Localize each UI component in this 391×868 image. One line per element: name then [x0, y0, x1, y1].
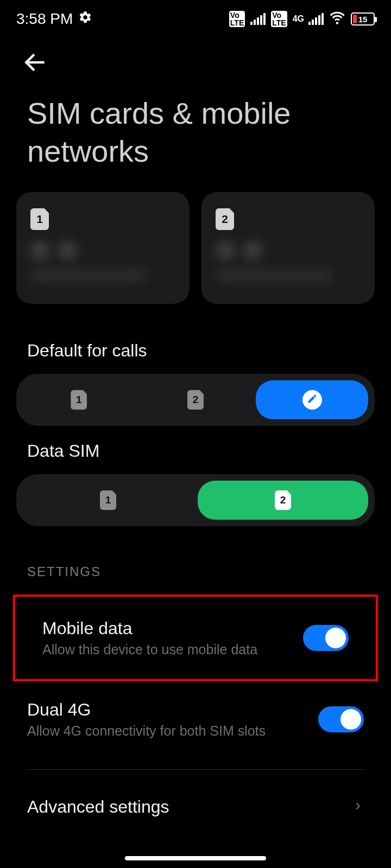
- signal-sim1-icon: [250, 13, 266, 25]
- mobile-data-title: Mobile data: [42, 618, 292, 639]
- divider: [27, 769, 364, 770]
- volte-icon: VoLTE: [229, 11, 245, 27]
- highlight-annotation: Mobile data Allow this device to use mob…: [13, 595, 378, 681]
- sim-icon: 1: [30, 208, 49, 230]
- data-sim-label: Data SIM: [0, 426, 391, 474]
- sim-icon: 1: [71, 390, 87, 410]
- sim-card-2[interactable]: 2: [201, 192, 375, 304]
- sim-icon: 2: [216, 208, 234, 230]
- default-calls-label: Default for calls: [0, 326, 391, 374]
- back-button[interactable]: [22, 68, 49, 78]
- home-indicator[interactable]: [125, 856, 266, 860]
- sim-blurred-info: [216, 241, 361, 282]
- mobile-data-row[interactable]: Mobile data Allow this device to use mob…: [15, 604, 376, 672]
- volte-icon: VoLTE: [271, 11, 287, 27]
- dual-4g-row[interactable]: Dual 4G Allow 4G connectivity for both S…: [0, 686, 391, 753]
- gear-icon: [78, 10, 92, 28]
- dual-4g-subtitle: Allow 4G connectivity for both SIM slots: [27, 723, 307, 739]
- sim-icon: 2: [187, 390, 204, 410]
- sim-card-1[interactable]: 1: [16, 192, 190, 304]
- data-sim-selector: 1 2: [16, 474, 375, 526]
- default-calls-selector: 1 2: [16, 374, 375, 426]
- battery-percent: 15: [358, 15, 368, 24]
- wifi-icon: [329, 9, 345, 29]
- network-type-label: 4G: [293, 15, 304, 23]
- mobile-data-subtitle: Allow this device to use mobile data: [42, 642, 292, 658]
- mobile-data-toggle[interactable]: [303, 625, 349, 651]
- advanced-settings-title: Advanced settings: [27, 797, 169, 817]
- default-calls-sim1[interactable]: 1: [23, 380, 135, 419]
- edit-icon: [307, 393, 318, 406]
- status-bar: 3:58 PM VoLTE VoLTE 4G 15: [0, 0, 391, 38]
- advanced-settings-row[interactable]: Advanced settings: [0, 786, 391, 839]
- signal-sim2-icon: [308, 13, 324, 25]
- page-title: SIM cards & mobile networks: [0, 94, 391, 192]
- data-sim-2[interactable]: 2: [198, 481, 368, 520]
- sim-blurred-info: [30, 241, 175, 282]
- battery-icon: 15: [351, 12, 375, 25]
- sim-icon: 1: [100, 490, 116, 510]
- dual-4g-title: Dual 4G: [27, 700, 307, 720]
- dual-4g-toggle[interactable]: [318, 706, 364, 732]
- chevron-right-icon: [352, 800, 364, 814]
- settings-header: SETTINGS: [0, 526, 391, 590]
- status-time: 3:58 PM: [16, 10, 73, 28]
- default-calls-sim2[interactable]: 2: [140, 380, 252, 419]
- data-sim-1[interactable]: 1: [23, 481, 193, 520]
- default-calls-ask[interactable]: [256, 380, 368, 419]
- sim-icon: 2: [275, 490, 291, 510]
